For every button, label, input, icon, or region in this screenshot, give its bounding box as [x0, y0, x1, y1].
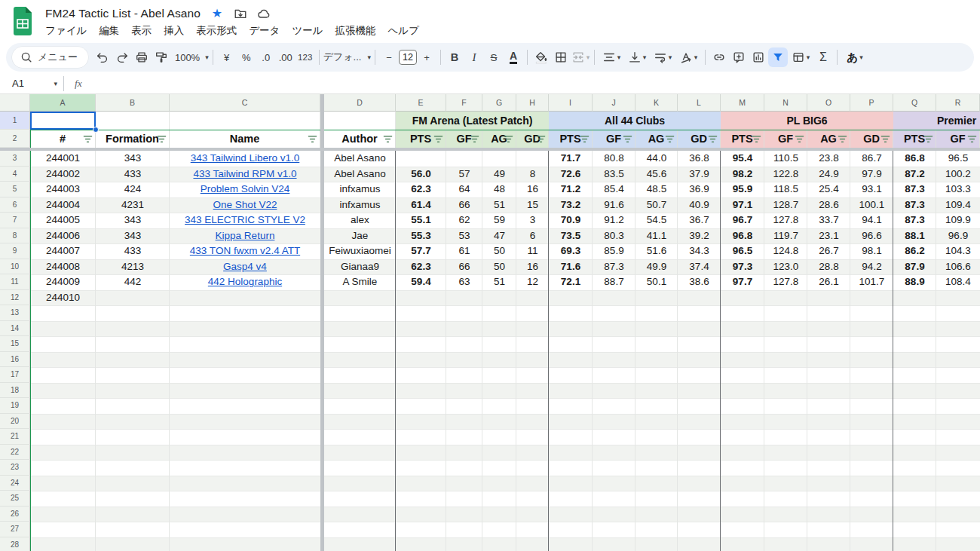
menu-view[interactable]: 表示 [125, 23, 158, 39]
table-header-B2[interactable]: Formation [96, 130, 170, 148]
cell-A5[interactable]: 244003 [30, 182, 96, 197]
cell-B8[interactable]: 343 [96, 228, 170, 244]
cell-M5[interactable]: 95.9 [721, 182, 764, 197]
menu-data[interactable]: データ [243, 23, 286, 39]
row-header-9[interactable]: 9 [0, 243, 30, 259]
format-currency-button[interactable]: ¥ [217, 47, 237, 67]
cell-Q10[interactable]: 87.9 [893, 259, 936, 275]
column-header-R[interactable]: R [936, 94, 980, 112]
cell-D7[interactable]: alex [324, 213, 396, 228]
row-header-2[interactable]: 2 [0, 130, 30, 148]
cell-N11[interactable]: 127.8 [764, 274, 807, 290]
cell-G7[interactable]: 59 [482, 213, 516, 228]
group-header-3[interactable]: Premier [893, 112, 980, 130]
group-header-2[interactable]: PL BIG6 [721, 112, 893, 130]
menu-insert[interactable]: 挿入 [158, 23, 190, 39]
table-header-J2[interactable]: GF [593, 130, 635, 148]
cell-Q6[interactable]: 87.3 [893, 197, 936, 213]
row-header-14[interactable]: 14 [0, 321, 30, 337]
cell-D1[interactable] [324, 112, 396, 130]
selection-fill-handle[interactable] [93, 127, 99, 133]
table-header-E2[interactable]: PTS [396, 130, 446, 148]
row-header-19[interactable]: 19 [0, 398, 30, 414]
row-header-1[interactable]: 1 [0, 112, 30, 130]
insert-link-button[interactable] [709, 47, 729, 67]
move-folder-icon[interactable] [234, 7, 247, 20]
horizontal-align-button[interactable]: ▾ [599, 47, 624, 67]
cell-J3[interactable]: 80.8 [593, 151, 635, 167]
row-header-20[interactable]: 20 [0, 414, 30, 430]
table-header-H2[interactable]: GD [516, 130, 549, 148]
cell-R9[interactable]: 104.3 [936, 243, 980, 259]
cell-N6[interactable]: 128.7 [764, 197, 807, 213]
increase-font-size-button[interactable]: + [417, 47, 436, 67]
name-box[interactable]: A1 ▾ [0, 78, 57, 89]
table-header-N2[interactable]: GF [764, 130, 807, 148]
cell-J11[interactable]: 88.7 [593, 274, 635, 290]
column-header-K[interactable]: K [635, 94, 678, 112]
cell-I5[interactable]: 71.2 [549, 182, 593, 197]
cell-A11[interactable]: 244009 [30, 274, 96, 290]
cell-B6[interactable]: 4231 [96, 197, 170, 213]
cell-A3[interactable]: 244001 [30, 151, 96, 167]
column-filter-icon[interactable] [708, 135, 718, 143]
cell-A9[interactable]: 244007 [30, 243, 96, 259]
cell-G9[interactable]: 50 [482, 243, 516, 259]
cell-A10[interactable]: 244008 [30, 259, 96, 275]
column-filter-icon[interactable] [967, 135, 977, 143]
cell-F7[interactable]: 62 [446, 213, 482, 228]
undo-button[interactable] [93, 47, 112, 67]
increase-decimals-button[interactable]: .00 [276, 47, 296, 67]
menu-edit[interactable]: 編集 [93, 23, 125, 39]
input-tools-button[interactable]: あ▾ [841, 47, 868, 67]
fill-color-button[interactable] [531, 47, 551, 67]
column-header-I[interactable]: I [549, 94, 593, 112]
sheet-views-button[interactable]: ▾ [788, 47, 813, 67]
row-header-22[interactable]: 22 [0, 445, 30, 461]
column-filter-icon[interactable] [665, 135, 675, 143]
cell-E10[interactable]: 62.3 [396, 259, 446, 275]
table-header-M2[interactable]: PTS [721, 130, 764, 148]
row-header-10[interactable]: 10 [0, 259, 30, 275]
cell-L3[interactable]: 36.8 [678, 151, 721, 167]
document-title[interactable]: FM24 Tactic List - Abel Asano [45, 7, 201, 20]
table-header-C2[interactable]: Name [170, 130, 320, 148]
cell-A8[interactable]: 244006 [30, 228, 96, 244]
cell-L11[interactable]: 38.6 [678, 274, 721, 290]
group-header-0[interactable]: FM Arena (Latest Patch) [396, 112, 549, 130]
column-header-L[interactable]: L [678, 94, 721, 112]
cell-P11[interactable]: 101.7 [850, 274, 893, 290]
table-header-O2[interactable]: AG [807, 130, 850, 148]
cell-Q7[interactable]: 87.3 [893, 213, 936, 228]
cell-D4[interactable]: Abel Asano [324, 167, 396, 182]
table-header-Q2[interactable]: PTS [893, 130, 936, 148]
text-wrap-button[interactable]: ▾ [650, 47, 675, 67]
cell-A6[interactable]: 244004 [30, 197, 96, 213]
cell-J10[interactable]: 87.3 [593, 259, 635, 275]
frozen-rows-divider[interactable] [0, 148, 980, 151]
cell-E11[interactable]: 59.4 [396, 274, 446, 290]
row-header-17[interactable]: 17 [0, 367, 30, 383]
row-header-24[interactable]: 24 [0, 476, 30, 491]
cell-R11[interactable]: 108.4 [936, 274, 980, 290]
cell-H8[interactable]: 6 [516, 228, 549, 244]
cell-N9[interactable]: 124.8 [764, 243, 807, 259]
column-filter-icon[interactable] [383, 135, 393, 143]
cell-G5[interactable]: 48 [482, 182, 516, 197]
row-header-4[interactable]: 4 [0, 167, 30, 182]
text-rotation-button[interactable]: ▾ [675, 47, 701, 67]
cell-G11[interactable]: 51 [482, 274, 516, 290]
table-header-F2[interactable]: GF [446, 130, 482, 148]
cell-D3[interactable]: Abel Asano [324, 151, 396, 167]
cell-F11[interactable]: 63 [446, 274, 482, 290]
zoom-select[interactable]: 100%▾ [171, 47, 209, 67]
cell-Q8[interactable]: 88.1 [893, 228, 936, 244]
tactic-link-C10[interactable]: Gasp4 v4 [170, 259, 320, 275]
cell-J8[interactable]: 80.3 [593, 228, 635, 244]
cell-M7[interactable]: 96.7 [721, 213, 764, 228]
cell-B1[interactable] [96, 112, 170, 130]
cell-P9[interactable]: 98.1 [850, 243, 893, 259]
tactic-link-C3[interactable]: 343 Tailwind Libero v1.0 [170, 151, 320, 167]
cell-K5[interactable]: 48.5 [635, 182, 678, 197]
group-header-1[interactable]: All 44 Clubs [549, 112, 721, 130]
